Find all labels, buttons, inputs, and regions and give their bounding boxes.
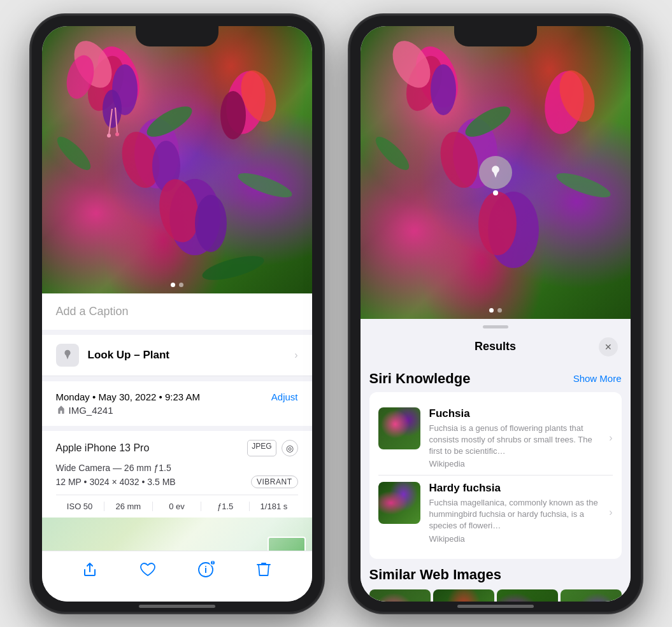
camera-specs: Wide Camera — 26 mm ƒ1.5 <box>56 463 298 473</box>
svg-point-4 <box>66 34 119 94</box>
svg-point-20 <box>235 168 294 202</box>
like-button[interactable] <box>135 557 161 582</box>
result-arrow-1: › <box>609 432 612 444</box>
svg-point-2 <box>112 64 138 115</box>
siri-knowledge-header: Siri Knowledge Show More <box>369 370 622 387</box>
result-source-1: Wikipedia <box>429 459 601 468</box>
similar-img-4[interactable] <box>561 589 622 602</box>
right-photo-dots <box>489 308 502 313</box>
svg-point-32 <box>553 65 601 126</box>
camera-mp-text: 12 MP • 3024 × 4032 • 3.5 MB <box>56 477 176 487</box>
exif-aperture: ƒ1.5 <box>201 502 250 511</box>
exif-shutter: 1/181 s <box>250 502 297 511</box>
dot-1 <box>171 283 175 287</box>
result-item-1[interactable]: Fuchsia Fuchsia is a genus of flowering … <box>378 401 613 476</box>
phones-container: Add a Caption Look Up – Plant › <box>18 2 655 626</box>
svg-point-33 <box>488 192 539 268</box>
left-phone: Add a Caption Look Up – Plant › <box>31 15 324 613</box>
home-indicator-right <box>457 605 534 608</box>
svg-point-37 <box>371 132 413 174</box>
result-title-1: Fuchsia <box>429 407 601 420</box>
lookup-subject: Plant <box>143 349 169 361</box>
result-thumb-1 <box>378 407 420 449</box>
visual-lookup-button[interactable] <box>479 156 512 189</box>
share-button[interactable] <box>77 557 103 582</box>
svg-point-30 <box>434 127 483 192</box>
location-badge: ◎ <box>282 440 298 456</box>
svg-point-12 <box>169 179 220 255</box>
lookup-text: Look Up – Plant <box>88 349 169 362</box>
camera-section: Apple iPhone 13 Pro JPEG ◎ Wide Camera —… <box>42 431 312 518</box>
exif-ev: 0 ev <box>153 502 201 511</box>
svg-point-0 <box>89 40 147 113</box>
svg-point-5 <box>62 52 98 102</box>
caption-field[interactable]: Add a Caption <box>42 293 312 330</box>
meta-adjust[interactable]: Adjust <box>271 391 298 402</box>
svg-line-16 <box>115 108 117 133</box>
svg-point-25 <box>408 40 466 113</box>
exif-focal: 26 mm <box>104 502 153 511</box>
result-content-2: Hardy fuchsia Fuchsia magellanica, commo… <box>429 482 601 544</box>
svg-point-35 <box>461 101 514 143</box>
result-thumb-2 <box>378 482 420 524</box>
toolbar: i <box>42 551 312 602</box>
home-indicator-left <box>139 605 215 608</box>
results-body: Siri Knowledge Show More Fuchsia Fuchsia… <box>361 363 631 602</box>
svg-point-26 <box>399 51 449 116</box>
similar-title: Similar Web Images <box>369 567 622 583</box>
right-screen: Results ✕ Siri Knowledge Show More Fuchs… <box>361 26 631 602</box>
svg-point-10 <box>234 65 283 126</box>
result-content-1: Fuchsia Fuchsia is a genus of flowering … <box>429 407 601 469</box>
results-panel: Results ✕ Siri Knowledge Show More Fuchs… <box>361 319 631 602</box>
photo-display[interactable] <box>42 26 312 293</box>
photo-dots <box>171 283 183 287</box>
info-button[interactable]: i <box>193 557 218 582</box>
delete-button[interactable] <box>251 557 276 582</box>
result-title-2: Hardy fuchsia <box>429 482 601 495</box>
format-badge: JPEG <box>247 440 276 456</box>
result-desc-1: Fuchsia is a genus of flowering plants t… <box>429 423 601 458</box>
similar-img-2[interactable] <box>433 589 494 602</box>
result-card: Fuchsia Fuchsia is a genus of flowering … <box>369 392 622 559</box>
right-notch <box>454 26 537 46</box>
divider-1 <box>42 330 312 335</box>
meta-filename: IMG_4241 <box>56 405 298 416</box>
right-dot-2 <box>497 308 502 313</box>
meta-date: Monday • May 30, 2022 • 9:23 AM <box>56 391 200 402</box>
svg-point-7 <box>116 127 165 192</box>
lookup-arrow: › <box>294 349 297 361</box>
camera-model: Apple iPhone 13 Pro <box>56 442 150 454</box>
meta-date-row: Monday • May 30, 2022 • 9:23 AM Adjust <box>56 391 298 402</box>
svg-point-22 <box>200 251 266 285</box>
similar-img-1[interactable] <box>369 589 431 602</box>
show-more-button[interactable]: Show More <box>573 373 622 384</box>
svg-point-1 <box>81 51 131 116</box>
map-area[interactable] <box>42 518 312 551</box>
camera-mp: 12 MP • 3024 × 4032 • 3.5 MB VIBRANT <box>56 476 298 488</box>
svg-point-9 <box>221 67 269 137</box>
result-arrow-2: › <box>609 507 612 518</box>
similar-img-3[interactable] <box>497 589 558 602</box>
close-button[interactable]: ✕ <box>599 337 618 356</box>
svg-point-8 <box>152 141 180 192</box>
camera-header: Apple iPhone 13 Pro JPEG ◎ <box>56 440 298 456</box>
similar-section: Similar Web Images <box>369 567 622 602</box>
results-header: Results ✕ <box>361 328 631 363</box>
result-source-2: Wikipedia <box>429 534 601 544</box>
dot-2 <box>179 283 183 287</box>
badge-row: JPEG ◎ <box>247 440 297 456</box>
right-photo-display[interactable] <box>361 26 631 319</box>
lookup-row[interactable]: Look Up – Plant › <box>42 335 312 376</box>
svg-point-11 <box>220 91 246 139</box>
result-item-2[interactable]: Hardy fuchsia Fuchsia magellanica, commo… <box>378 476 613 550</box>
svg-point-13 <box>154 176 203 245</box>
fuchsia-photo <box>42 26 312 293</box>
visual-lookup-dot <box>493 190 498 195</box>
right-phone: Results ✕ Siri Knowledge Show More Fuchs… <box>349 15 642 613</box>
svg-point-14 <box>195 195 227 252</box>
divider-2 <box>42 376 312 381</box>
svg-point-21 <box>52 132 94 174</box>
vibrant-badge: VIBRANT <box>251 476 298 488</box>
lookup-bold: Look Up – <box>88 349 140 361</box>
siri-knowledge-title: Siri Knowledge <box>369 370 471 387</box>
